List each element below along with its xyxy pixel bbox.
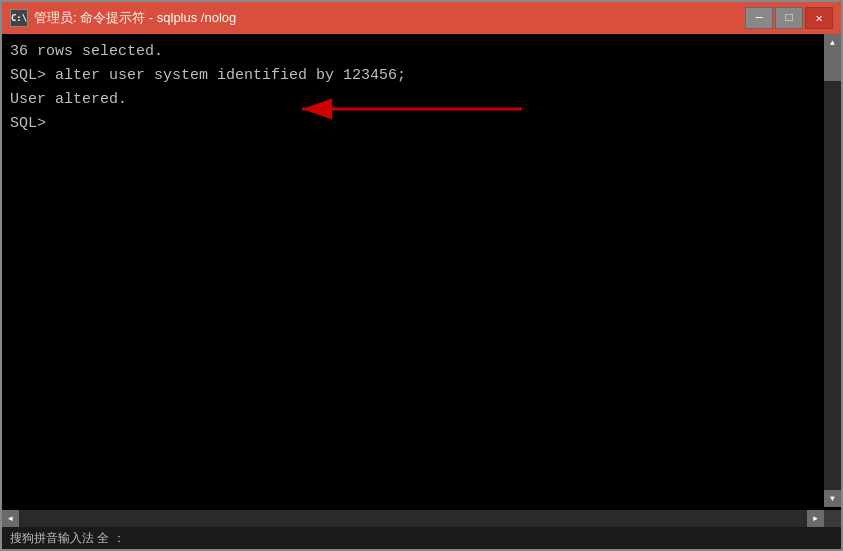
terminal-window: C:\ 管理员: 命令提示符 - sqlplus /nolog ─ □ ✕ 36… [0,0,843,551]
maximize-button[interactable]: □ [775,7,803,29]
close-button[interactable]: ✕ [805,7,833,29]
ime-status: 搜狗拼音输入法 全 ： [10,530,125,547]
scroll-left-button[interactable]: ◄ [2,510,19,527]
h-scroll-track [19,510,807,527]
scroll-down-button[interactable]: ▼ [824,490,841,507]
scroll-thumb[interactable] [824,51,841,81]
status-bar: 搜狗拼音输入法 全 ： [2,527,841,549]
scrollbar-corner [824,510,841,527]
title-bar: C:\ 管理员: 命令提示符 - sqlplus /nolog ─ □ ✕ [2,2,841,34]
terminal-body[interactable]: 36 rows selected.SQL> alter user system … [2,34,841,527]
window-icon: C:\ [10,9,28,27]
scroll-right-button[interactable]: ► [807,510,824,527]
horizontal-scrollbar[interactable]: ◄ ► [2,510,824,527]
scroll-up-button[interactable]: ▲ [824,34,841,51]
title-bar-left: C:\ 管理员: 命令提示符 - sqlplus /nolog [10,9,236,27]
window-title: 管理员: 命令提示符 - sqlplus /nolog [34,9,236,27]
terminal-content: 36 rows selected.SQL> alter user system … [10,40,833,521]
scroll-track [824,51,841,490]
vertical-scrollbar[interactable]: ▲ ▼ [824,34,841,507]
window-controls: ─ □ ✕ [745,7,833,29]
minimize-button[interactable]: ─ [745,7,773,29]
